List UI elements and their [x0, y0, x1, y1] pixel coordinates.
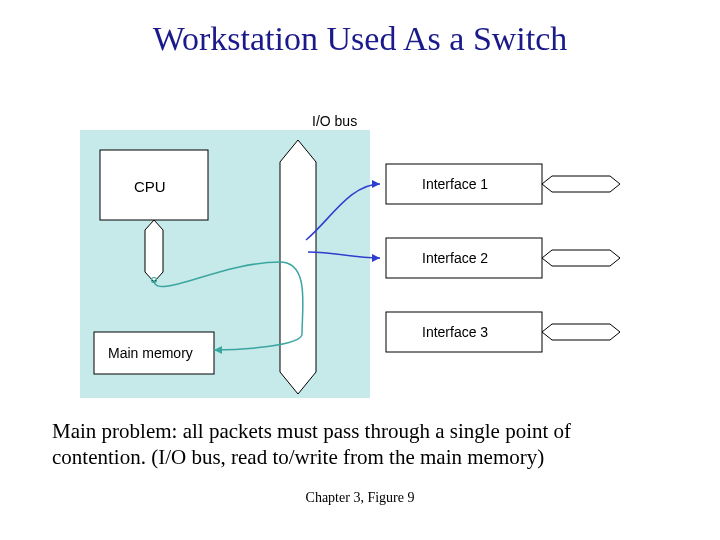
interface2-port [542, 250, 620, 266]
interface3-label: Interface 3 [422, 324, 488, 340]
interface2-label: Interface 2 [422, 250, 488, 266]
cpu-connector [145, 220, 163, 282]
interface3-box: Interface 3 [386, 312, 542, 352]
cpu-label: CPU [134, 178, 166, 195]
svg-marker-0 [280, 140, 316, 394]
figure-reference: Chapter 3, Figure 9 [0, 490, 720, 506]
arrowhead-interface1 [372, 180, 380, 188]
interface1-port [542, 176, 620, 192]
interface2-box: Interface 2 [386, 238, 542, 278]
slide-title: Workstation Used As a Switch [0, 20, 720, 58]
io-bus-label: I/O bus [312, 113, 357, 129]
interface1-label: Interface 1 [422, 176, 488, 192]
io-bus-shape [280, 140, 316, 394]
architecture-diagram: I/O bus CPU Main memory Interface 1 Inte… [80, 112, 630, 398]
caption-text: Main problem: all packets must pass thro… [52, 418, 668, 471]
interface1-box: Interface 1 [386, 164, 542, 204]
interface3-port [542, 324, 620, 340]
main-memory-label: Main memory [108, 345, 193, 361]
arrowhead-interface2 [372, 254, 380, 262]
